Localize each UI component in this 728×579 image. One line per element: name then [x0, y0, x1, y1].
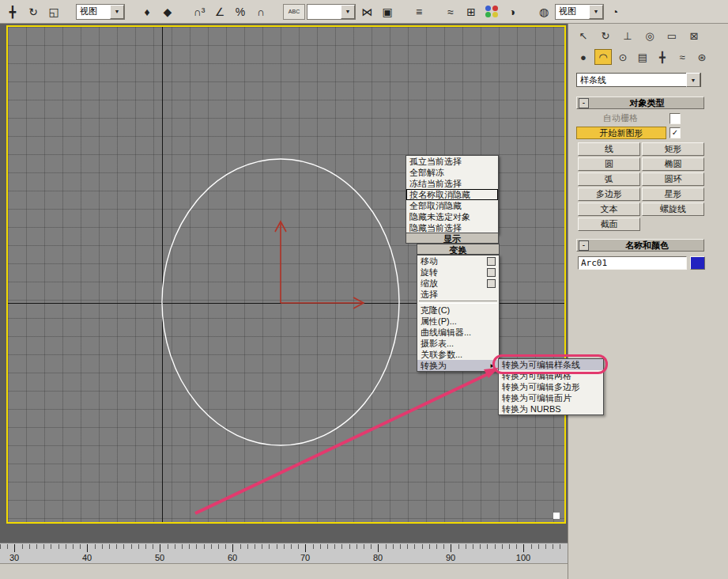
- combo-dropdown-arrow-icon[interactable]: ▼: [341, 5, 355, 19]
- shapes-category-icon[interactable]: ◠: [594, 49, 612, 65]
- object-type-rollout-header[interactable]: - 对象类型: [576, 96, 704, 109]
- shape-button[interactable]: 弧: [578, 172, 640, 186]
- utilities-tab-icon[interactable]: ⊠: [685, 28, 703, 44]
- ruler-major-tick: [14, 544, 15, 552]
- lights-category-icon[interactable]: ⊙: [614, 49, 632, 65]
- material-editor-icon[interactable]: [482, 3, 501, 21]
- name-color-row: Arc01: [578, 256, 705, 270]
- combo-dropdown-arrow-icon[interactable]: ▼: [686, 73, 700, 87]
- shape-button[interactable]: 星形: [642, 187, 704, 201]
- cameras-category-icon[interactable]: ▤: [634, 49, 651, 65]
- transform-menu-item[interactable]: 缩放: [417, 278, 499, 289]
- ruler-major-tick: [305, 544, 306, 552]
- mirror-icon[interactable]: ⋈: [357, 3, 376, 21]
- display-menu-item[interactable]: 隐藏未选定对象: [406, 211, 498, 222]
- systems-category-icon[interactable]: ⊛: [693, 49, 711, 65]
- transform-menu-item-label: 旋转: [421, 267, 438, 278]
- convert-submenu-item[interactable]: 转换为可编辑网格: [499, 370, 603, 381]
- convert-submenu-item[interactable]: 转换为可编辑面片: [499, 392, 603, 403]
- transform-menu-item[interactable]: 关联参数...: [417, 349, 499, 360]
- shape-button[interactable]: 截面: [578, 218, 640, 231]
- select-and-manipulate-icon[interactable]: ◆: [158, 3, 177, 21]
- helpers-category-icon[interactable]: ╋: [654, 49, 671, 65]
- settings-box-icon[interactable]: [487, 257, 496, 266]
- motion-tab-icon[interactable]: ◎: [641, 28, 658, 44]
- quick-render-icon[interactable]: ◔: [605, 3, 624, 21]
- schematic-view-icon[interactable]: ⊞: [462, 3, 481, 21]
- quad-display-header[interactable]: 显示: [405, 233, 499, 244]
- display-menu-item[interactable]: 冻结当前选择: [406, 178, 498, 189]
- layer-manager-icon[interactable]: ≡: [409, 3, 428, 21]
- percent-snap-icon[interactable]: %: [231, 3, 250, 21]
- align-icon[interactable]: ▣: [378, 3, 397, 21]
- settings-box-icon[interactable]: [487, 268, 496, 277]
- shape-button[interactable]: 矩形: [642, 142, 704, 156]
- shape-type-combo[interactable]: 样条线 ▼: [576, 73, 701, 87]
- angle-snap-icon[interactable]: ∠: [210, 3, 229, 21]
- display-menu-item[interactable]: 孤立当前选择: [406, 156, 498, 167]
- spinner-snap-icon[interactable]: ∩: [251, 3, 270, 21]
- shape-button[interactable]: 圆: [578, 157, 640, 171]
- display-menu-item[interactable]: 隐藏当前选择: [406, 222, 498, 233]
- curve-editor-icon[interactable]: ≈: [441, 3, 460, 21]
- display-menu-item[interactable]: 全部取消隐藏: [406, 200, 498, 211]
- render-viewport-combo-value: 视图: [559, 6, 589, 17]
- convert-submenu-item[interactable]: 转换为可编辑多边形: [499, 381, 603, 392]
- transform-menu-item[interactable]: 属性(P)...: [417, 316, 499, 327]
- geometry-category-icon[interactable]: ●: [575, 49, 592, 65]
- start-new-shape-checkbox[interactable]: ✓: [670, 127, 681, 138]
- ruler-label: 70: [300, 553, 310, 562]
- transform-menu-item[interactable]: 摄影表...: [417, 338, 499, 349]
- select-and-scale-icon[interactable]: ◱: [44, 3, 63, 21]
- transform-menu-item[interactable]: 选择: [417, 289, 499, 300]
- modify-tab-icon[interactable]: ↻: [597, 28, 614, 44]
- convert-submenu-item[interactable]: 转换为 NURBS: [499, 403, 603, 414]
- settings-box-icon[interactable]: [487, 279, 496, 288]
- snaps-toggle-icon[interactable]: ∩³: [190, 3, 209, 21]
- transform-menu-item[interactable]: 曲线编辑器...: [417, 327, 499, 338]
- select-and-rotate-icon[interactable]: ↻: [24, 3, 43, 21]
- shape-button[interactable]: 螺旋线: [642, 202, 704, 216]
- convert-submenu-item-label: 转换为可编辑面片: [502, 392, 571, 404]
- transform-menu-item[interactable]: 转换为►: [417, 360, 499, 371]
- display-tab-icon[interactable]: ▭: [663, 28, 681, 44]
- render-viewport-combo[interactable]: 视图▼: [555, 4, 604, 20]
- render-type-teapot-icon[interactable]: ◍: [534, 3, 553, 21]
- convert-submenu-item[interactable]: 转换为可编辑样条线: [499, 359, 603, 370]
- transform-menu-item-label: 克隆(C): [421, 305, 450, 316]
- collapse-icon[interactable]: -: [579, 240, 589, 251]
- named-selection-sets-combo[interactable]: ▼: [307, 4, 356, 20]
- quad-transform-header[interactable]: 变换: [417, 244, 500, 255]
- transform-menu-item[interactable]: 克隆(C): [417, 305, 499, 316]
- edit-named-selection-sets-icon[interactable]: ABC: [283, 4, 305, 20]
- transform-menu-item[interactable]: 移动: [417, 255, 499, 267]
- transform-menu-item-label: 选择: [421, 289, 438, 301]
- object-name-field[interactable]: Arc01: [578, 256, 687, 270]
- shape-button[interactable]: 多边形: [578, 187, 640, 201]
- hierarchy-tab-icon[interactable]: ⊥: [619, 28, 636, 44]
- transform-menu-item[interactable]: 旋转: [417, 267, 499, 278]
- object-color-swatch[interactable]: [690, 256, 705, 270]
- name-color-rollout-header[interactable]: - 名称和颜色: [576, 239, 704, 252]
- select-and-move-icon[interactable]: ╋: [3, 3, 22, 21]
- autogrid-checkbox[interactable]: [670, 113, 681, 124]
- reference-coordinate-system-combo[interactable]: 视图▼: [76, 4, 125, 20]
- shape-button[interactable]: 文本: [578, 202, 640, 216]
- transform-menu-item-label: 缩放: [421, 278, 438, 290]
- shape-button[interactable]: 椭圆: [642, 157, 704, 171]
- render-setup-icon[interactable]: ◑: [503, 3, 522, 21]
- space-warps-category-icon[interactable]: ≈: [673, 49, 691, 65]
- shape-button[interactable]: 线: [578, 142, 640, 156]
- shape-button[interactable]: 圆环: [642, 172, 704, 186]
- track-bar-ruler[interactable]: 30405060708090100: [0, 543, 568, 564]
- use-center-flyout-icon[interactable]: ♦: [138, 3, 157, 21]
- display-menu-item[interactable]: 全部解冻: [406, 167, 498, 178]
- create-tab-icon[interactable]: ↖: [575, 28, 592, 44]
- viewport-resize-handle[interactable]: [553, 513, 560, 519]
- transform-menu-item-label: 曲线编辑器...: [421, 327, 471, 339]
- combo-dropdown-arrow-icon[interactable]: ▼: [110, 5, 124, 19]
- display-menu-item[interactable]: 按名称取消隐藏: [406, 189, 498, 200]
- collapse-icon[interactable]: -: [579, 98, 589, 108]
- combo-dropdown-arrow-icon[interactable]: ▼: [589, 5, 603, 19]
- shape-type-combo-value: 样条线: [580, 74, 606, 86]
